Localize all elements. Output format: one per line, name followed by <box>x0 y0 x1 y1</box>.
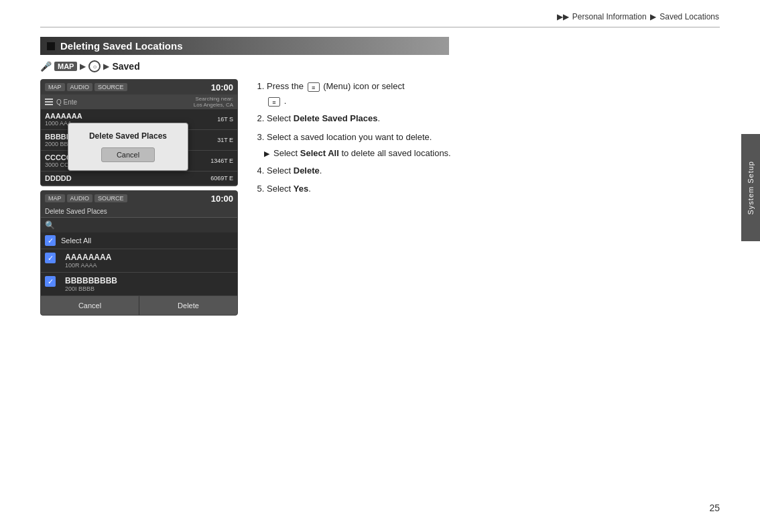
loc-addr2: 100R AAAA <box>65 262 111 269</box>
step4: Select Delete. <box>267 163 733 178</box>
nav-saved: Saved <box>112 61 139 72</box>
step1-text: Press the <box>267 81 306 91</box>
step3-select-all-bold: Select All <box>300 148 339 158</box>
select-all-label: Select All <box>61 237 91 245</box>
loc-name2: AAAAAAAA <box>65 253 111 262</box>
search-icon: 🔍 <box>45 220 55 230</box>
step1-menu-text: (Menu) icon or select <box>323 81 404 91</box>
search-row2: 🔍 <box>41 218 237 232</box>
tab-source2: SOURCE <box>94 194 127 202</box>
step3-intro: Select a saved location you want to dele… <box>267 132 432 142</box>
screen1-tabs: MAP AUDIO SOURCE <box>45 83 127 91</box>
screenshots-column: MAP AUDIO SOURCE 10:00 Q Ente Searching … <box>40 79 241 316</box>
tab-map2: MAP <box>45 194 65 202</box>
cancel-button2[interactable]: Cancel <box>41 296 139 315</box>
dialog-overlay: AAAAAAA1000 AAA 16T S BBBBBBB2000 BBB 31… <box>41 109 237 186</box>
menu-icon-inline2: ≡ <box>268 97 280 107</box>
sidebar-label: System Setup <box>741 134 760 241</box>
select-all-row[interactable]: ✓ Select All <box>41 232 237 249</box>
sub-arrow-icon: ▶ <box>264 147 269 160</box>
screen2-topbar: MAP AUDIO SOURCE 10:00 <box>41 191 237 206</box>
nav-path: 🎤 MAP ▶ ○ ▶ Saved <box>40 60 733 72</box>
step4-bold: Delete <box>294 165 320 176</box>
mic-icon: 🎤 <box>40 61 52 72</box>
menu-icon <box>45 98 53 105</box>
cancel-button[interactable]: Cancel <box>101 147 155 162</box>
delete-dialog: Delete Saved Places Cancel <box>68 123 188 171</box>
section-header: Deleting Saved Locations <box>40 37 449 55</box>
main-content: Deleting Saved Locations 🎤 MAP ▶ ○ ▶ Sav… <box>40 37 733 316</box>
screen1-topbar: MAP AUDIO SOURCE 10:00 <box>41 80 237 94</box>
step4-text: Select <box>267 165 294 176</box>
screen2-buttons: Cancel Delete <box>41 296 237 315</box>
loc-info: AAAAAAAA 100R AAAA <box>65 253 111 269</box>
step5-end: . <box>308 184 311 194</box>
tab-map: MAP <box>45 83 65 91</box>
loc-name2: BBBBBBBBB <box>65 276 117 285</box>
breadcrumb: ▶▶ Personal Information ▶ Saved Location… <box>556 12 720 21</box>
screen1-search: Q Ente Searching near:Los Angeles, CA <box>41 94 237 109</box>
loc-dist: 1346T E <box>210 157 233 164</box>
step2-text: Select <box>267 113 294 123</box>
tab-audio2: AUDIO <box>67 194 93 202</box>
delete-header: Delete Saved Places <box>41 206 237 218</box>
section-icon <box>47 42 55 50</box>
step5: Select Yes. <box>267 182 733 196</box>
item-checkbox[interactable]: ✓ <box>45 276 56 287</box>
loc-name: DDDDD <box>45 174 72 182</box>
dialog-title: Delete Saved Places <box>76 131 180 141</box>
tab-source: SOURCE <box>94 83 127 91</box>
top-divider <box>40 27 720 27</box>
step3: Select a saved location you want to dele… <box>267 130 733 161</box>
list-item: DDDDD 6069T E <box>41 172 237 186</box>
loc-dist: 6069T E <box>210 175 233 182</box>
nearby-text: Searching near:Los Angeles, CA <box>194 96 233 108</box>
list-item[interactable]: ✓ BBBBBBBBB 200I BBBB <box>41 273 237 296</box>
step2-end: . <box>378 113 381 123</box>
step2-bold: Delete Saved Places <box>294 113 378 123</box>
section-title: Deleting Saved Locations <box>60 40 183 52</box>
screen1-time: 10:00 <box>211 82 233 92</box>
loc-addr2: 200I BBBB <box>65 285 117 292</box>
nav-arrow1: ▶ <box>80 62 86 71</box>
screen2-time: 10:00 <box>211 194 233 204</box>
select-all-checkbox[interactable]: ✓ <box>45 235 56 246</box>
breadcrumb-part2: Saved Locations <box>659 12 719 21</box>
tab-audio: AUDIO <box>67 83 93 91</box>
loc-info: BBBBBBBBB 200I BBBB <box>65 276 117 292</box>
circle-icon: ○ <box>88 60 101 72</box>
screen2-tabs: MAP AUDIO SOURCE <box>45 194 127 202</box>
step4-end: . <box>320 165 322 176</box>
breadcrumb-prefix: ▶▶ <box>557 12 569 21</box>
search-text: Q Ente <box>56 98 190 106</box>
screen2: MAP AUDIO SOURCE 10:00 Delete Saved Plac… <box>40 190 238 316</box>
loc-dist: 16T S <box>217 116 233 123</box>
step5-text: Select <box>267 184 294 194</box>
instructions-list: Press the ≡ (Menu) icon or select ≡ . Se… <box>255 79 733 196</box>
item-checkbox[interactable]: ✓ <box>45 253 56 263</box>
two-col-layout: MAP AUDIO SOURCE 10:00 Q Ente Searching … <box>40 79 733 316</box>
instructions-column: Press the ≡ (Menu) icon or select ≡ . Se… <box>255 79 733 199</box>
step5-bold: Yes <box>294 184 308 194</box>
step3-sub: ▶ Select Select All to delete all saved … <box>264 146 733 161</box>
breadcrumb-part1: Personal Information <box>572 12 647 21</box>
list-item[interactable]: ✓ AAAAAAAA 100R AAAA <box>41 249 237 273</box>
screen1: MAP AUDIO SOURCE 10:00 Q Ente Searching … <box>40 79 238 186</box>
step2: Select Delete Saved Places. <box>267 111 733 126</box>
delete-button2[interactable]: Delete <box>139 296 237 315</box>
step1: Press the ≡ (Menu) icon or select ≡ . <box>267 79 733 109</box>
loc-dist: 31T E <box>217 137 233 143</box>
menu-icon-inline: ≡ <box>308 82 320 92</box>
breadcrumb-arrow1: ▶ <box>650 12 656 21</box>
step1-end: . <box>284 96 287 106</box>
sidebar-text: System Setup <box>747 161 755 214</box>
loc-name: AAAAAAA <box>45 112 82 120</box>
step3-sub-text: Select Select All to delete all saved lo… <box>273 146 451 161</box>
nav-arrow2: ▶ <box>103 62 109 71</box>
page-number: 25 <box>709 503 720 513</box>
map-badge: MAP <box>54 62 77 71</box>
